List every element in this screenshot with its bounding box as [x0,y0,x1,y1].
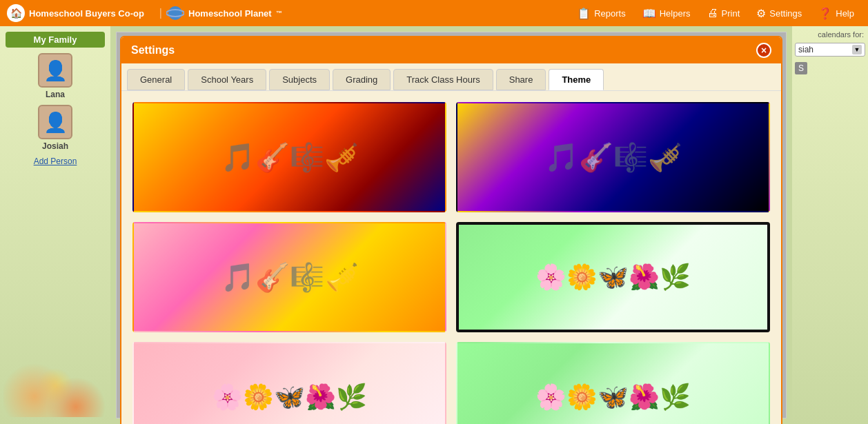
tab-theme[interactable]: Theme [549,69,604,90]
theme-item-5[interactable]: 🌸🌼🦋🌺🌿 [132,342,446,424]
theme-item-2[interactable]: 🎵🎸🎼🎺 [456,102,770,212]
planet-icon [166,4,184,22]
brand-icon: 🏠 [7,4,25,22]
brand-link[interactable]: 🏠 Homeschool Buyers Co-op [7,4,155,22]
planet-label: Homeschool Planet [188,8,272,19]
tab-grading[interactable]: Grading [333,69,391,90]
theme-1-overlay: 🎵🎸🎼🎺 [134,103,445,211]
nav-divider: | [159,7,162,19]
tab-general[interactable]: General [127,69,185,90]
nav-helpers[interactable]: 📖 Helpers [635,4,698,23]
settings-modal: Settings × General School Years Subjects… [117,32,786,418]
settings-icon: ⚙ [756,7,766,20]
nav-reports-label: Reports [594,8,626,19]
sidebar-header: My Family [6,32,105,48]
settings-body: 🎵🎸🎼🎺 🎵🎸🎼🎺 [121,91,781,424]
planet-tm: ™ [276,10,282,17]
theme-3-overlay: 🎵🎸🎼🎺 [134,223,445,331]
right-s-badge: S [795,62,807,74]
reports-icon: 📋 [577,7,591,20]
nav-reports[interactable]: 📋 Reports [570,4,633,23]
nav-helpers-label: Helpers [660,8,691,19]
tab-share[interactable]: Share [496,69,546,90]
nav-settings-label: Settings [769,8,802,19]
theme-grid: 🎵🎸🎼🎺 🎵🎸🎼🎺 [132,102,770,424]
theme-2-overlay: 🎵🎸🎼🎺 [457,103,769,211]
settings-header: Settings × [121,37,781,63]
tab-school-years[interactable]: School Years [188,69,266,90]
nav-print[interactable]: 🖨 Print [700,4,747,22]
right-calendar-label: calendars for: [792,26,868,40]
person-name-josiah: Josiah [42,141,68,151]
theme-item-4[interactable]: 🌸🌼🦋🌺🌿 [456,222,770,332]
tab-track-class-hours[interactable]: Track Class Hours [393,69,493,90]
settings-tabs: General School Years Subjects Grading Tr… [121,63,781,91]
person-name-lana: Lana [46,90,65,99]
nav-print-label: Print [722,8,740,19]
top-nav: 🏠 Homeschool Buyers Co-op | Homeschool P… [0,0,868,26]
theme-4-overlay: 🌸🌼🦋🌺🌿 [459,225,767,330]
right-panel: calendars for: siah ▼ S [792,26,868,424]
right-search-value: siah [798,45,852,54]
helpers-icon: 📖 [642,7,656,20]
theme-6-overlay: 🌸🌼🦋🌺🌿 [457,343,769,424]
settings-title: Settings [131,44,175,57]
person-card-lana: 👤 Lana [6,53,105,99]
sidebar: My Family 👤 Lana 👤 Josiah Add Person [0,26,110,424]
planet-link[interactable]: Homeschool Planet ™ [166,4,282,22]
settings-close-button[interactable]: × [756,43,771,58]
theme-5-overlay: 🌸🌼🦋🌺🌿 [134,343,445,424]
person-card-josiah: 👤 Josiah [6,105,105,151]
theme-item-6[interactable]: 🌸🌼🦋🌺🌿 [456,342,770,424]
tab-subjects[interactable]: Subjects [269,69,330,90]
right-search-dropdown[interactable]: ▼ [852,45,862,54]
theme-item-3[interactable]: 🎵🎸🎼🎺 [132,222,446,332]
main-inner: Settings × General School Years Subjects… [116,32,787,418]
right-search: siah ▼ [795,43,865,57]
nav-items: 📋 Reports 📖 Helpers 🖨 Print ⚙ Settings ❓… [570,4,861,23]
sidebar-decoration [3,314,107,417]
avatar-lana[interactable]: 👤 [38,53,72,88]
layout: My Family 👤 Lana 👤 Josiah Add Person Set… [0,26,868,424]
settings-dialog: Settings × General School Years Subjects… [120,36,782,424]
nav-help[interactable]: ❓ Help [811,4,861,23]
nav-settings[interactable]: ⚙ Settings [749,4,809,23]
main-content: Settings × General School Years Subjects… [110,26,792,424]
add-person-link[interactable]: Add Person [6,157,105,166]
help-icon: ❓ [818,7,832,20]
avatar-josiah[interactable]: 👤 [38,105,72,139]
print-icon: 🖨 [707,7,718,19]
svg-point-0 [168,6,182,20]
theme-item-1[interactable]: 🎵🎸🎼🎺 [132,102,446,212]
brand-label: Homeschool Buyers Co-op [29,8,144,19]
nav-help-label: Help [836,8,854,19]
